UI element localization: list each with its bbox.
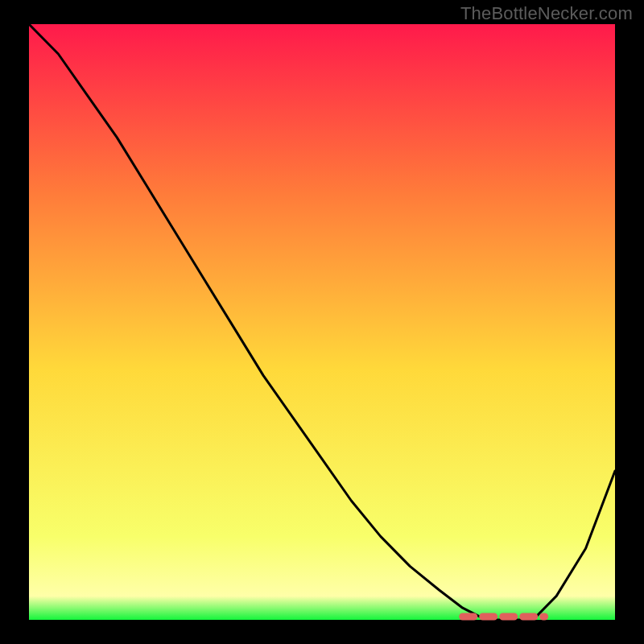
- plot-background: [29, 24, 615, 620]
- bottleneck-chart: TheBottleNecker.com: [0, 0, 644, 644]
- attribution-label: TheBottleNecker.com: [460, 3, 633, 24]
- chart-svg: [0, 0, 644, 644]
